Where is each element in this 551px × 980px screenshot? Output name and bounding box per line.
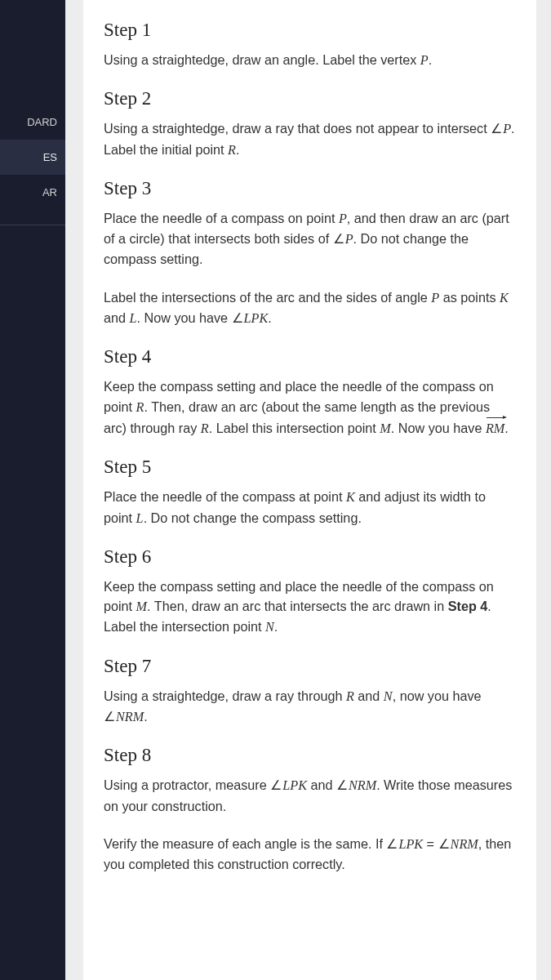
step-title: Step 5 bbox=[104, 457, 516, 478]
content-scroll[interactable]: Step 1Using a straightedge, draw an angl… bbox=[65, 0, 551, 980]
math-var: M bbox=[380, 421, 390, 436]
step-body: Keep the compass setting and place the n… bbox=[104, 577, 516, 638]
math-var: R bbox=[136, 400, 144, 415]
sidebar: DARD ES AR bbox=[0, 0, 65, 980]
angle-symbol: LPK bbox=[270, 778, 307, 793]
step-body: Verify the measure of each angle is the … bbox=[104, 834, 516, 875]
math-var: P bbox=[339, 212, 347, 226]
ray-symbol: RM bbox=[486, 417, 504, 439]
step-title: Step 8 bbox=[104, 745, 516, 766]
math-var: N bbox=[265, 620, 274, 635]
step-body: Using a protractor, measure LPK and NRM.… bbox=[104, 775, 516, 816]
step-body: Using a straightedge, draw an angle. Lab… bbox=[104, 50, 516, 70]
document: Step 1Using a straightedge, draw an angl… bbox=[83, 0, 536, 980]
step-title: Step 2 bbox=[104, 88, 516, 109]
step-body: Label the intersections of the arc and t… bbox=[104, 287, 516, 329]
step-title: Step 6 bbox=[104, 546, 516, 568]
angle-symbol: LPK bbox=[386, 837, 423, 852]
sidebar-spacer bbox=[0, 0, 65, 105]
sidebar-item-courses[interactable]: ES bbox=[0, 140, 65, 175]
angle-symbol: NRM bbox=[438, 837, 478, 852]
math-var: R bbox=[346, 689, 354, 704]
step-body: Place the needle of the compass at point… bbox=[104, 487, 516, 528]
step-body: Place the needle of a compass on point P… bbox=[104, 208, 516, 270]
math-var: P bbox=[420, 53, 429, 68]
angle-symbol: NRM bbox=[336, 778, 376, 793]
sidebar-item-label: DARD bbox=[27, 116, 57, 128]
math-var: R bbox=[201, 421, 209, 436]
step-body: Keep the compass setting and place the n… bbox=[104, 376, 516, 439]
math-var: P bbox=[431, 291, 439, 305]
sidebar-item-label: ES bbox=[43, 151, 57, 163]
angle-symbol: LPK bbox=[232, 311, 269, 326]
step-title: Step 4 bbox=[104, 346, 516, 368]
sidebar-divider bbox=[0, 225, 65, 225]
math-var: K bbox=[346, 490, 355, 505]
math-var: L bbox=[136, 511, 144, 526]
bold-text: Step 4 bbox=[448, 599, 488, 613]
angle-symbol: NRM bbox=[104, 710, 144, 724]
step-body: Using a straightedge, draw a ray that do… bbox=[104, 118, 516, 160]
step-title: Step 3 bbox=[104, 178, 516, 199]
math-var: N bbox=[384, 689, 393, 704]
angle-symbol: P bbox=[491, 122, 511, 136]
sidebar-item-dashboard[interactable]: DARD bbox=[0, 105, 65, 140]
math-var: M bbox=[136, 599, 147, 614]
step-body: Using a straightedge, draw a ray through… bbox=[104, 686, 516, 728]
step-title: Step 7 bbox=[104, 656, 516, 677]
sidebar-item-label: AR bbox=[42, 186, 57, 198]
sidebar-item-calendar[interactable]: AR bbox=[0, 175, 65, 210]
math-var: R bbox=[228, 143, 236, 158]
angle-symbol: P bbox=[333, 232, 353, 247]
math-var: K bbox=[500, 291, 509, 305]
step-title: Step 1 bbox=[104, 20, 516, 41]
math-var: L bbox=[130, 311, 137, 326]
